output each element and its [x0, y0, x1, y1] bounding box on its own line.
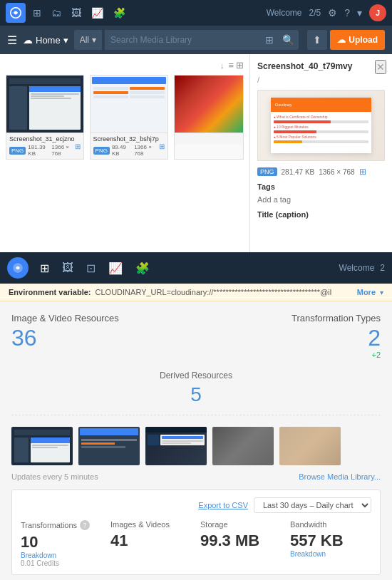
transformations-stat: Transformations ? 10 Breakdown 0.01 Cred… — [21, 520, 102, 567]
thumb-preview-3[interactable] — [145, 427, 207, 465]
nav-media-icon[interactable]: 🖼 — [62, 261, 73, 274]
page-num: 2 — [380, 263, 385, 273]
help-icon[interactable]: ? — [80, 520, 90, 530]
item-size: 89.49 KB — [112, 144, 132, 157]
detail-title: Screenshot_40_t79mvy — [257, 61, 385, 71]
welcome-text: Welcome — [267, 8, 302, 18]
home-button[interactable]: ☁ Home ▾ — [23, 34, 68, 46]
browse-media-link[interactable]: Browse Media Library... — [299, 472, 381, 481]
transformations-label: Transformations ? — [21, 520, 102, 530]
item-action-icon[interactable]: ⊞ — [159, 143, 165, 150]
detail-expand-icon[interactable]: ⊞ — [359, 167, 366, 177]
grid-view-icon[interactable]: ⊞ — [236, 60, 244, 71]
nav-home-icon[interactable]: ⊞ — [40, 261, 49, 275]
derived-section: Derived Resources 5 — [11, 371, 381, 415]
filter-icon[interactable]: ⊞ — [261, 34, 278, 46]
updates-row: Updates every 5 minutes Browse Media Lib… — [11, 472, 381, 481]
second-nav-logo[interactable] — [7, 257, 29, 279]
settings-icon[interactable]: ⚙ — [328, 7, 337, 19]
type-badge: PNG — [9, 147, 26, 155]
home-chevron-icon: ▾ — [63, 35, 68, 46]
images-videos-count: 41 — [110, 532, 192, 550]
list-item[interactable] — [174, 75, 244, 160]
nav-chart-icon[interactable]: 📈 — [108, 261, 123, 275]
upload-group: ⬆ ☁ Upload — [307, 30, 385, 50]
env-chevron-icon[interactable]: ▾ — [380, 289, 383, 296]
bandwidth-label: Bandwidth — [290, 520, 371, 529]
upload-button[interactable]: ☁ Upload — [330, 30, 385, 50]
sort-control[interactable]: ↓ — [220, 61, 225, 70]
top-nav-right: Welcome 2/5 ⚙ ? ▾ J — [267, 4, 386, 21]
item-name: Screenshot_31_ecjzno — [9, 135, 75, 143]
detail-meta: PNG 281.47 KB 1366 × 768 ⊞ — [257, 167, 385, 177]
second-nav-items: ⊞ 🖼 ⊡ 📈 🧩 — [40, 261, 150, 275]
bottom-stats-header: Export to CSV Last 30 days – Daily chart — [21, 497, 371, 513]
list-item[interactable]: Screenshot_31_ecjzno PNG 181.39 KB 1366 … — [6, 75, 84, 160]
period-select[interactable]: Last 30 days – Daily chart — [254, 497, 371, 513]
thumb-preview-5[interactable] — [279, 427, 341, 465]
question-icon[interactable]: ? — [344, 7, 350, 19]
export-csv-link[interactable]: Export to CSV — [198, 501, 248, 509]
item-size: 181.39 KB — [28, 144, 49, 157]
upload-cloud-icon: ☁ — [337, 35, 346, 45]
item-name: Screenshot_32_bshj7p — [93, 135, 159, 143]
environment-bar: Environment variable: CLOUDINARY_URL=clo… — [0, 284, 392, 301]
thumbnail-grid: Screenshot_31_ecjzno PNG 181.39 KB 1366 … — [6, 75, 244, 160]
list-item[interactable]: Screenshot_32_bshj7p PNG 89.49 KB 1366 ×… — [90, 75, 168, 160]
env-label: Environment variable: — [9, 288, 91, 296]
folder-icon[interactable]: 🗂 — [51, 7, 61, 19]
detail-preview: Cloudinary ● What is Certificate of Owne… — [257, 90, 385, 161]
bandwidth-breakdown-link[interactable]: Breakdown — [290, 550, 371, 558]
image-icon[interactable]: 🖼 — [71, 7, 81, 19]
view-toggle: ≡ ⊞ — [228, 60, 244, 71]
transformation-stat: Transformation Types 2 +2 — [292, 313, 381, 359]
transformation-label: Transformation Types — [292, 313, 381, 323]
thumbnail-info — [175, 133, 243, 145]
search-icon[interactable]: 🔍 — [278, 34, 299, 46]
transformation-sub: +2 — [292, 351, 381, 359]
search-input-wrap: ⊞ 🔍 — [105, 30, 299, 50]
transformations-breakdown-link[interactable]: Breakdown — [21, 551, 102, 559]
grid-icon[interactable]: ⊞ — [33, 7, 41, 19]
all-chevron-icon: ▾ — [92, 35, 96, 45]
thumb-preview-1[interactable] — [11, 427, 73, 465]
bottom-stats: Export to CSV Last 30 days – Daily chart… — [11, 490, 381, 575]
second-navigation: ⊞ 🖼 ⊡ 📈 🧩 Welcome 2 — [0, 252, 392, 284]
item-action-icon[interactable]: ⊞ — [75, 143, 81, 150]
media-library-area: ↓ ≡ ⊞ — [0, 54, 392, 252]
search-input[interactable] — [105, 35, 261, 45]
thumb-preview-2[interactable] — [78, 427, 140, 465]
welcome-label: Welcome — [339, 263, 375, 273]
cloudinary-logo[interactable] — [6, 3, 26, 23]
tag-input[interactable] — [257, 195, 356, 204]
caption-label: Title (caption) — [257, 210, 385, 219]
bandwidth-stat: Bandwidth 557 KB Breakdown — [290, 520, 371, 567]
search-all-button[interactable]: All ▾ — [74, 30, 102, 50]
nav-addons-icon[interactable]: 🧩 — [135, 261, 150, 275]
detail-size: 281.47 KB — [282, 168, 315, 176]
detail-close-button[interactable]: ✕ — [375, 60, 386, 74]
env-more-button[interactable]: More — [357, 288, 376, 296]
transformations-credits: 0.01 Credits — [21, 559, 102, 567]
media-grid: ↓ ≡ ⊞ — [0, 54, 249, 252]
page-indicator: 2/5 — [309, 8, 321, 18]
thumb-preview-4[interactable] — [212, 427, 274, 465]
user-icon[interactable]: ▾ — [357, 7, 362, 19]
derived-count: 5 — [11, 383, 381, 406]
top-nav-icons: ⊞ 🗂 🖼 📈 🧩 — [33, 7, 259, 19]
upload-link-button[interactable]: ⬆ — [307, 30, 327, 50]
puzzle-icon[interactable]: 🧩 — [113, 7, 125, 19]
thumbnail-row — [11, 427, 381, 465]
home-label: Home — [36, 35, 61, 46]
menu-button[interactable]: ☰ — [7, 33, 17, 47]
second-nav-right: Welcome 2 — [339, 263, 385, 273]
chart-icon[interactable]: 📈 — [91, 7, 103, 19]
images-videos-label: Images & Videos — [110, 520, 192, 529]
caption-section: Title (caption) — [257, 210, 385, 219]
avatar[interactable]: J — [369, 4, 386, 21]
nav-transform-icon[interactable]: ⊡ — [86, 261, 96, 275]
updates-text: Updates every 5 minutes — [11, 472, 98, 481]
search-bar: ☰ ☁ Home ▾ All ▾ ⊞ 🔍 ⬆ ☁ Upload — [0, 26, 392, 54]
detail-panel: Screenshot_40_t79mvy ✕ / Cloudinary ● Wh… — [249, 54, 392, 252]
list-view-icon[interactable]: ≡ — [228, 60, 234, 71]
